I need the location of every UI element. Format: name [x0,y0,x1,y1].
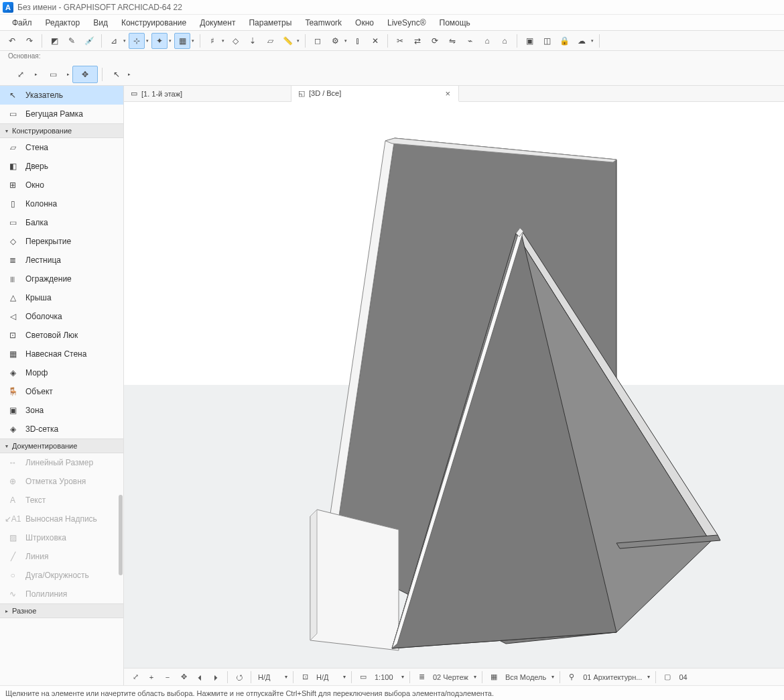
tool-polyline[interactable]: ∿Полилиния [0,585,123,603]
window-3d-button[interactable]: ▣ [521,33,537,49]
tool-marquee[interactable]: ▭ Бегущая Рамка [0,105,123,123]
scale-group[interactable]: ▭ 1:100 ▾ [356,670,405,685]
orientation-1-group[interactable]: Н/Д ▾ [255,673,289,681]
section-plane-button[interactable]: ▱ [262,33,278,49]
zoom-prev-button[interactable]: ⏴ [192,670,207,685]
tool-wall[interactable]: ▱Стена [0,138,123,157]
right-num-group[interactable]: ▢ 04 [660,670,703,685]
zoom-in-button[interactable]: + [144,670,159,685]
chevron-down-icon[interactable]: ▾ [122,33,127,49]
mirror-button[interactable]: ⇋ [444,33,460,49]
group-documentation[interactable]: ▾ Документирование [0,439,123,453]
zoom-next-button[interactable]: ⏵ [208,670,223,685]
chevron-down-icon[interactable]: ▾ [342,674,347,680]
tool-stair[interactable]: ≣Лестница [0,251,123,270]
zoom-extents-button[interactable]: ⤢ [128,670,143,685]
snap-button-1[interactable]: ⊹ [129,33,145,49]
draft-group[interactable]: ≣ 02 Чертеж ▾ [414,670,478,685]
chevron-right-icon[interactable]: ▸ [66,66,71,82]
chevron-down-icon[interactable]: ▾ [400,674,405,680]
chevron-down-icon[interactable]: ▾ [168,33,173,49]
toolbox-scrollbar[interactable] [119,495,123,575]
redo-button[interactable]: ↷ [21,33,38,49]
cursor-mode-2[interactable]: ▭ [40,66,66,83]
tool-roof[interactable]: △Крыша [0,288,123,307]
model-group[interactable]: ▦ Вся Модель ▾ [486,670,556,685]
tool-pointer[interactable]: ↖ Указатель [0,86,123,105]
zoom-out-button[interactable]: − [160,670,175,685]
menu-help[interactable]: Помощь [433,15,477,30]
menu-teamwork[interactable]: Teamwork [298,15,348,30]
resize-button[interactable]: ⌂ [497,33,513,49]
move-button[interactable]: ⇄ [409,33,426,49]
chevron-down-icon[interactable]: ▾ [590,33,595,49]
tool-level[interactable]: ⊕Отметка Уровня [0,472,123,491]
tool-railing[interactable]: ⫼Ограждение [0,270,123,288]
tool-curtain[interactable]: ▦Навесная Стена [0,345,123,363]
tool-skylight[interactable]: ⊡Световой Люк [0,326,123,345]
menu-document[interactable]: Документ [193,15,242,30]
layer-combo-group[interactable]: ⚲ 01 Архитектурн... ▾ [564,670,651,685]
chevron-down-icon[interactable]: ▾ [646,674,651,680]
tool-zone[interactable]: ▣Зона [0,401,123,420]
menu-window[interactable]: Окно [348,15,381,30]
trace-button[interactable]: ✕ [367,33,383,49]
measure-button[interactable]: ⫿ [350,33,366,49]
tool-window[interactable]: ⊞Окно [0,176,123,194]
section-button[interactable]: ◫ [539,33,555,49]
pointer-arrow[interactable]: ↖ [107,66,127,83]
pick-button[interactable]: ◩ [46,33,62,49]
snap-button-3[interactable]: ▦ [174,33,190,49]
chevron-right-icon[interactable]: ▸ [127,66,132,82]
grid-toggle-button[interactable]: ♯ [204,33,220,49]
plane-button[interactable]: ◇ [227,33,243,49]
tool-slab[interactable]: ◇Перекрытие [0,232,123,251]
chevron-down-icon[interactable]: ▾ [145,33,150,49]
tool-shell[interactable]: ◁Оболочка [0,307,123,326]
chevron-down-icon[interactable]: ▾ [190,33,196,49]
cursor-mode-1[interactable]: ⤢ [8,66,34,83]
chevron-down-icon[interactable]: ▾ [220,33,226,49]
split-button[interactable]: ⌁ [462,33,478,49]
orbit-button[interactable]: ⭯ [232,670,247,685]
tool-line[interactable]: ╱Линия [0,547,123,566]
undo-button[interactable]: ↶ [4,33,20,49]
menu-editor[interactable]: Редактор [39,15,87,30]
pan-button[interactable]: ✥ [176,670,191,685]
3d-viewport[interactable] [124,102,784,668]
chevron-down-icon[interactable]: ▾ [296,33,301,49]
cursor-mode-3[interactable]: ✥ [72,66,98,83]
menu-file[interactable]: Файл [5,15,39,30]
cube-button[interactable]: ◻ [310,33,326,49]
tool-beam[interactable]: ▭Балка [0,213,123,232]
snap-button-2[interactable]: ✦ [151,33,168,49]
inject-button[interactable]: 💉 [81,33,97,49]
close-icon[interactable]: × [444,89,452,99]
tool-dimension[interactable]: ↔Линейный Размер [0,453,123,472]
chevron-down-icon[interactable]: ▾ [283,674,289,680]
tool-object[interactable]: 🪑Объект [0,382,123,401]
chevron-right-icon[interactable]: ▸ [34,66,39,82]
tool-fill[interactable]: ▨Штриховка [0,528,123,547]
guideline-button[interactable]: ⊿ [106,33,122,49]
tool-morph[interactable]: ◈Морф [0,363,123,382]
menu-params[interactable]: Параметры [242,15,298,30]
chevron-down-icon[interactable]: ▾ [550,674,556,680]
ruler-button[interactable]: 📏 [279,33,296,49]
tool-arc[interactable]: ○Дуга/Окружность [0,566,123,585]
menu-construct[interactable]: Конструирование [115,15,193,30]
group-misc[interactable]: ▸ Разное [0,603,123,618]
tool-door[interactable]: ◧Дверь [0,157,123,176]
menu-view[interactable]: Вид [86,15,115,30]
menu-livesync[interactable]: LiveSync® [381,15,433,30]
chevron-down-icon[interactable]: ▾ [343,33,348,49]
gravity-button[interactable]: ⇣ [245,33,261,49]
eyedropper-button[interactable]: ✎ [64,33,80,49]
group-construction[interactable]: ▾ Конструирование [0,123,123,138]
tab-floor-plan[interactable]: ▭ [1. 1-й этаж] [124,86,291,101]
tool-label[interactable]: ↙A1Выносная Надпись [0,510,123,528]
lock-button[interactable]: 🔒 [556,33,572,49]
chevron-down-icon[interactable]: ▾ [472,674,478,680]
tool-text[interactable]: AТекст [0,491,123,510]
suspend-button[interactable]: ✂ [392,33,408,49]
